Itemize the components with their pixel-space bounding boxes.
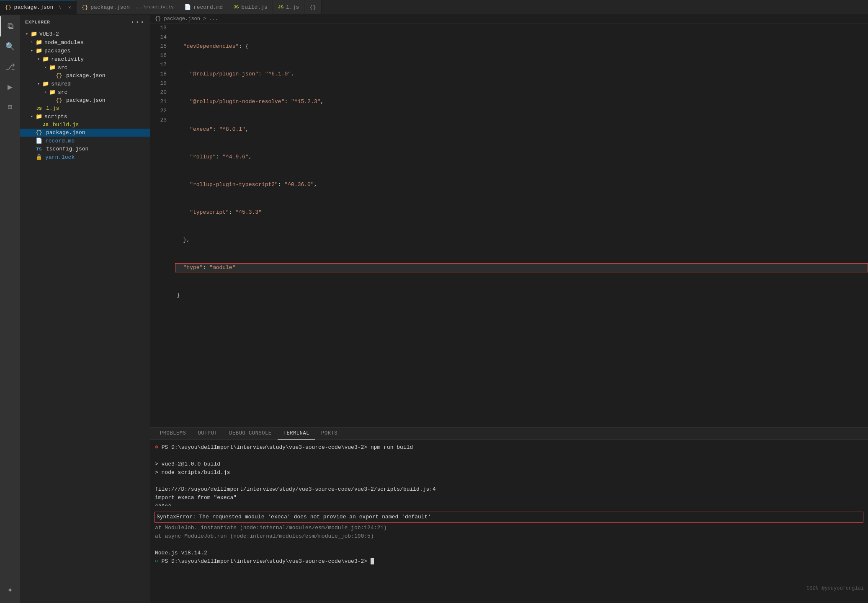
sidebar-item-vue3-2[interactable]: ▾ 📁 VUE3-2 — [20, 30, 150, 38]
sidebar-item-packages[interactable]: ▾ 📁 packages — [20, 47, 150, 55]
md-icon: 📄 — [35, 137, 43, 144]
sidebar-item-reactivity[interactable]: ▾ 📁 reactivity — [20, 55, 150, 63]
sidebar-item-node-modules[interactable]: › 📁 node_modules — [20, 38, 150, 47]
code-line-22: } — [175, 291, 868, 300]
json-icon: {} — [55, 72, 63, 79]
folder-icon: 📁 — [42, 80, 49, 87]
terminal-line-node: > node scripts/build.js — [155, 468, 863, 477]
chevron-down-icon: ▾ — [23, 31, 30, 36]
folder-icon: 📁 — [35, 47, 43, 54]
code-editor[interactable]: 13 14 15 16 17 18 19 20 21 22 23 "devDep… — [150, 23, 868, 427]
breadcrumb: {} package.json > ... — [150, 15, 868, 23]
terminal-line-vue3: > vue3-2@1.0.0 build — [155, 460, 863, 468]
sidebar-item-label: package.json — [66, 72, 106, 79]
tab-close-1[interactable]: ✕ — [68, 5, 71, 10]
terminal-blank-3 — [155, 541, 863, 549]
breadcrumb-text: {} package.json > ... — [155, 16, 218, 22]
sidebar-item-label: shared — [51, 81, 71, 87]
panel-tabs: PROBLEMS OUTPUT DEBUG CONSOLE TERMINAL P… — [150, 427, 868, 440]
chevron-right-icon: › — [28, 40, 35, 45]
sidebar-item-label: 1.js — [46, 105, 59, 111]
sidebar-item-shared[interactable]: ▾ 📁 shared — [20, 80, 150, 88]
terminal-line-prompt2: ○ PS D:\suyou\dellImport\interview\study… — [155, 557, 863, 566]
code-content[interactable]: "devDependencies": { "@rollup/plugin-jso… — [171, 23, 868, 427]
sidebar-item-pkg-reactivity[interactable]: {} package.json — [20, 72, 150, 80]
sidebar-item-scripts[interactable]: ▾ 📁 scripts — [20, 112, 150, 121]
tab-problems[interactable]: PROBLEMS — [154, 427, 192, 440]
tab-terminal[interactable]: TERMINAL — [278, 427, 315, 440]
sidebar-item-label: VUE3-2 — [39, 31, 59, 37]
code-line-18: "rollup-plugin-typescript2": "^0.36.0", — [175, 180, 868, 189]
terminal-blank-1 — [155, 452, 863, 460]
terminal-blank-2 — [155, 477, 863, 485]
code-line-15: "@rollup/plugin-node-resolve": "^15.2.3"… — [175, 97, 868, 106]
terminal-content[interactable]: ⊗ PS D:\suyou\dellImport\interview\study… — [150, 440, 868, 603]
sidebar-item-src-shared[interactable]: › 📁 src — [20, 88, 150, 96]
sidebar-item-label: src — [58, 89, 67, 96]
sidebar-item-src-reactivity[interactable]: › 📁 src — [20, 63, 150, 72]
tab-record-md[interactable]: 📄 record.md — [179, 0, 228, 14]
tab-package-json-reactivity[interactable]: {} package.json ...\reactivity — [77, 0, 179, 14]
terminal-line-nodejs: Node.js v18.14.2 — [155, 549, 863, 557]
chevron-right-icon: › — [42, 65, 49, 70]
tab-build-js[interactable]: JS build.js — [228, 0, 273, 14]
ts-icon: TS — [35, 147, 43, 152]
tab-ports[interactable]: PORTS — [315, 427, 343, 440]
tab-label-5: 1.js — [286, 4, 299, 10]
sidebar-item-label: build.js — [53, 122, 79, 128]
sidebar-item-buildjs[interactable]: JS build.js — [20, 121, 150, 129]
sidebar-item-label: tsconfig.json — [46, 146, 88, 152]
sidebar-item-tsconfig[interactable]: TS tsconfig.json — [20, 145, 150, 153]
panel-area: PROBLEMS OUTPUT DEBUG CONSOLE TERMINAL P… — [150, 427, 868, 603]
search-icon[interactable]: 🔍 — [0, 36, 20, 57]
editor-area: {} package.json > ... 13 14 15 16 17 18 … — [150, 15, 868, 603]
sidebar-item-label: src — [58, 65, 67, 71]
tab-debug-console[interactable]: DEBUG CONSOLE — [223, 427, 277, 440]
tab-1-js[interactable]: JS 1.js — [273, 0, 304, 14]
tab-path-2: ...\reactivity — [132, 5, 174, 10]
code-line-21: "type": "module" — [175, 263, 868, 272]
debug-icon[interactable]: ▶ — [0, 77, 20, 97]
sidebar-item-record-md[interactable]: 📄 record.md — [20, 137, 150, 145]
tab-output[interactable]: OUTPUT — [192, 427, 223, 440]
extensions-icon[interactable]: ⊞ — [0, 97, 20, 117]
folder-icon: 📁 — [35, 113, 43, 120]
sidebar: EXPLORER ··· ▾ 📁 VUE3-2 › 📁 node_modules — [20, 15, 150, 603]
activity-bar: ⧉ 🔍 ⎇ ▶ ⊞ ✦ — [0, 15, 20, 603]
lock-icon: 🔒 — [35, 154, 43, 160]
tab-icon-js2: JS — [278, 5, 283, 10]
copilot-icon[interactable]: ✦ — [0, 580, 20, 600]
sidebar-title: EXPLORER — [25, 20, 50, 25]
sidebar-menu-dots[interactable]: ··· — [130, 18, 145, 26]
terminal-error-line: SyntaxError: The requested module 'execa… — [155, 512, 863, 522]
sidebar-item-label: package.json — [46, 129, 85, 136]
folder-icon: 📁 — [49, 64, 56, 71]
tab-label-3: record.md — [193, 4, 223, 10]
js-icon: JS — [42, 122, 49, 127]
sidebar-item-pkg-shared[interactable]: {} package.json — [20, 96, 150, 104]
terminal-line-caret: ^^^^^ — [155, 502, 863, 510]
sidebar-item-1js[interactable]: JS 1.js — [20, 104, 150, 112]
folder-icon: 📁 — [42, 56, 49, 62]
sidebar-item-label: node_modules — [44, 39, 84, 46]
sidebar-item-label: packages — [44, 48, 70, 54]
tab-path-1: \ — [56, 5, 64, 10]
chevron-down-icon: ▾ — [35, 57, 42, 62]
chevron-down-icon: ▾ — [28, 114, 35, 119]
code-line-19: "typescript": "^5.3.3" — [175, 208, 868, 217]
tab-label-2: package.json — [90, 4, 130, 10]
terminal-line-at1: at ModuleJob._instantiate (node:internal… — [155, 524, 863, 532]
files-icon[interactable]: ⧉ — [0, 16, 20, 36]
sidebar-item-yarn-lock[interactable]: 🔒 yarn.lock — [20, 153, 150, 161]
tab-icon-brace2: {} — [82, 4, 88, 10]
sidebar-item-pkg-main[interactable]: {} package.json — [20, 129, 150, 137]
source-control-icon[interactable]: ⎇ — [0, 57, 20, 77]
tab-package-json-active[interactable]: {} package.json \ ✕ — [0, 0, 77, 14]
terminal-line-at2: at async ModuleJob.run (node:internal/mo… — [155, 532, 863, 541]
chevron-down-icon: ▾ — [35, 81, 42, 86]
tab-label-4: build.js — [241, 4, 267, 10]
tab-icon-brace3: {} — [309, 4, 316, 10]
folder-icon: 📁 — [49, 89, 56, 96]
tab-extra[interactable]: {} — [304, 0, 322, 14]
folder-icon: 📁 — [35, 39, 43, 46]
